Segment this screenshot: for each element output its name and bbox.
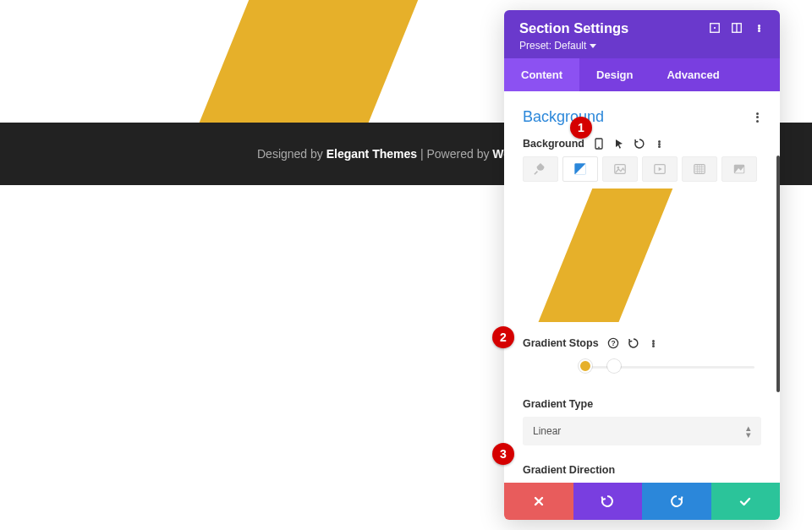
section-kebab-icon[interactable] [756,112,761,123]
gradient-type-value: Linear [533,425,561,437]
background-label: Background [523,138,584,150]
cancel-button[interactable] [504,483,573,520]
background-type-tabs [523,156,761,182]
expand-icon[interactable] [709,22,721,34]
panel-footer [504,483,780,520]
preview-stripe [528,189,683,322]
svg-text:?: ? [611,339,615,347]
settings-panel: Section Settings Preset: Default Content… [504,10,780,520]
hero-stripe [167,0,458,123]
hover-cursor-icon[interactable] [613,138,625,150]
bg-mask-tab[interactable] [721,156,757,182]
stops-kebab-icon[interactable] [648,337,660,349]
svg-point-5 [598,147,600,149]
footer-text: Designed by [257,147,326,161]
callout-1: 1 [570,117,592,139]
tab-advanced[interactable]: Advanced [650,58,736,91]
redo-button[interactable] [642,483,711,520]
stops-line [579,366,754,369]
gradient-stop-2[interactable] [607,359,621,373]
gradient-preview[interactable] [519,189,765,322]
footer-brand[interactable]: Elegant Themes [326,147,417,161]
gradient-stops-label: Gradient Stops [523,337,599,349]
scrollbar[interactable] [776,156,780,392]
panel-header: Section Settings Preset: Default [504,10,780,58]
field-kebab-icon[interactable] [654,138,666,150]
device-tablet-icon[interactable] [593,138,605,150]
layout-icon[interactable] [731,22,743,34]
panel-tabs: Content Design Advanced [504,58,780,91]
preset-dropdown[interactable]: Preset: Default [519,40,628,52]
gradient-stops-track[interactable] [529,358,754,376]
kebab-menu-icon[interactable] [753,22,765,34]
svg-point-8 [617,167,619,168]
callout-3: 3 [492,443,514,465]
help-icon[interactable]: ? [607,337,619,349]
tab-content[interactable]: Content [504,58,579,91]
confirm-button[interactable] [711,483,781,520]
panel-body: Background Background Gradien [504,91,780,483]
tab-design[interactable]: Design [579,58,650,91]
gradient-stop-1[interactable] [579,359,592,373]
panel-title: Section Settings [519,20,628,36]
bg-video-tab[interactable] [642,156,678,182]
updown-icon: ▴▾ [746,424,751,438]
callout-2: 2 [492,326,514,348]
bg-image-tab[interactable] [602,156,638,182]
bg-gradient-tab[interactable] [562,156,598,182]
bg-pattern-tab[interactable] [682,156,717,182]
caret-down-icon [590,44,596,48]
svg-point-1 [714,27,716,29]
gradient-type-label: Gradient Type [523,398,761,410]
footer-mid: | Powered by [417,147,492,161]
reset-icon[interactable] [634,138,645,150]
gradient-type-select[interactable]: Linear ▴▾ [523,417,761,445]
stops-reset-icon[interactable] [628,337,639,349]
undo-button[interactable] [573,483,643,520]
bg-color-tab[interactable] [523,156,558,182]
section-title-background[interactable]: Background [523,108,604,126]
gradient-direction-label: Gradient Direction [523,464,761,476]
